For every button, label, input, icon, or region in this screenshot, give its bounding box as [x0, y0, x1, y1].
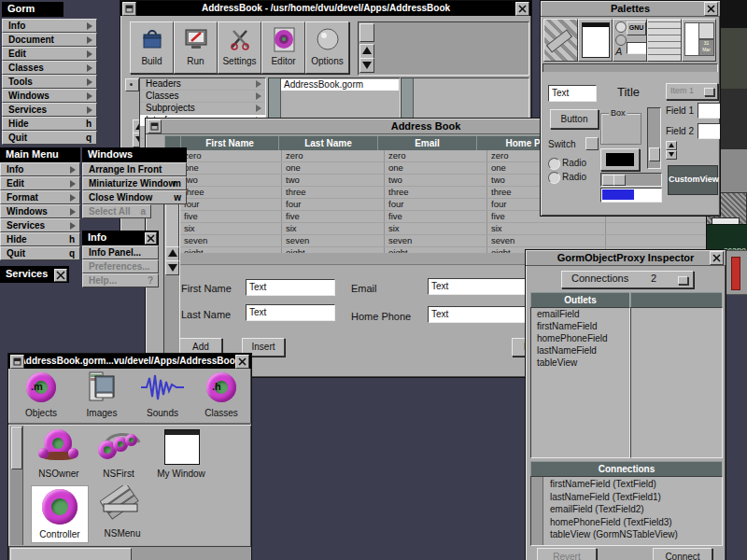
close-button[interactable]	[515, 2, 529, 16]
build-button[interactable]: Build	[130, 21, 174, 74]
menu-item[interactable]: Info	[2, 19, 97, 33]
menu-item[interactable]: Close Window w	[82, 190, 187, 204]
outlet-item[interactable]: firstNameField	[531, 320, 629, 332]
scroll-up-button[interactable]	[359, 44, 374, 59]
services-menu-title-bar[interactable]: Services	[0, 266, 69, 283]
palette-field1[interactable]	[698, 103, 721, 119]
palette-vertical-slider[interactable]	[647, 107, 661, 169]
slider-knob[interactable]	[649, 147, 660, 161]
palette-field2[interactable]	[698, 123, 721, 139]
menu-item[interactable]: Services	[2, 103, 97, 117]
connection-item[interactable]: tableView (GormNSTableView)	[544, 528, 721, 541]
scrollbar-knob[interactable]	[11, 427, 22, 469]
menu-item[interactable]: Hide h	[0, 232, 80, 246]
menu-item[interactable]: Info	[0, 162, 80, 176]
browser-file-item[interactable]: AddressBook.gorm	[281, 79, 399, 91]
connection-item[interactable]: lastNameField (TextField1)	[544, 491, 721, 504]
tab-classes[interactable]: .h Classes	[193, 371, 249, 423]
scrollbar-knob[interactable]	[359, 23, 374, 42]
object-my-window[interactable]: My Window	[148, 429, 214, 482]
slider-knob2[interactable]	[613, 175, 626, 186]
editor-button[interactable]: Editor	[261, 21, 305, 74]
close-icon[interactable]	[54, 269, 67, 282]
browser-item[interactable]: Classes	[140, 91, 265, 103]
menu-item[interactable]: Quit q	[0, 246, 80, 260]
email-field[interactable]: Text	[428, 278, 529, 295]
object-nsowner[interactable]: NSOwner	[31, 429, 87, 482]
menu-item[interactable]: Services	[0, 218, 80, 232]
menu-item[interactable]: Miniaturize Window m	[82, 176, 187, 190]
tab-sounds[interactable]: Sounds	[134, 371, 190, 423]
palette-button[interactable]: Button	[550, 109, 599, 129]
menu-item[interactable]: Help... ?	[82, 273, 159, 287]
miniaturize-button[interactable]	[10, 355, 24, 369]
close-button[interactable]	[710, 251, 724, 265]
close-button[interactable]	[704, 2, 718, 16]
gorm-menu-title[interactable]: Gorm	[2, 2, 63, 17]
palette-radio2[interactable]	[548, 172, 560, 184]
outlet-item[interactable]: homePhoneField	[531, 332, 629, 344]
connection-item[interactable]: homePhoneField (TextField3)	[544, 516, 721, 529]
table-row[interactable]: six six six six	[180, 223, 706, 235]
miniaturize-button[interactable]	[122, 2, 136, 16]
menu-item[interactable]: Edit	[0, 176, 80, 190]
project-titlebar[interactable]: AddressBook - /usr/home/dvu/devel/Apps/A…	[120, 1, 531, 16]
tab-images[interactable]: Images	[74, 371, 130, 423]
palettes-titlebar[interactable]: Palettes	[541, 1, 720, 17]
object-controller[interactable]: Controller	[31, 485, 89, 543]
close-button[interactable]	[235, 355, 249, 369]
menu-item[interactable]: Windows	[0, 204, 80, 218]
connection-item[interactable]: emailField (TextField2)	[544, 503, 721, 516]
browser-toggle-button[interactable]	[125, 78, 139, 91]
outlet-item[interactable]: tableView	[531, 357, 629, 369]
main-menu-title[interactable]: Main Menu	[0, 147, 80, 162]
run-button[interactable]: Run	[174, 21, 218, 74]
menu-item[interactable]: Preferences...	[82, 259, 159, 273]
menu-item[interactable]: Hide h	[2, 117, 97, 131]
revert-button[interactable]: Revert	[537, 548, 597, 560]
menu-item[interactable]: Edit	[2, 47, 97, 61]
scroll-down-button[interactable]	[165, 260, 179, 275]
home-phone-field[interactable]: Text	[428, 306, 529, 323]
inspector-titlebar[interactable]: GormObjectProxy Inspector	[526, 250, 726, 266]
scroll-down-button[interactable]	[359, 58, 374, 73]
settings-button[interactable]: Settings	[218, 21, 261, 74]
objects-scrollbar[interactable]	[10, 426, 23, 545]
menu-item[interactable]: Arrange In Front	[82, 162, 187, 176]
controls-palette-tile[interactable]: GNU A	[613, 19, 647, 62]
document-hscrollbar[interactable]	[8, 546, 252, 560]
tab-objects[interactable]: .m Objects	[13, 371, 69, 423]
menu-item[interactable]: Quit q	[2, 131, 97, 145]
data-palette-tile[interactable]	[647, 19, 682, 62]
outlet-item[interactable]: emailField	[531, 308, 629, 320]
inspector-popup[interactable]: Connections 2	[561, 271, 694, 288]
palette-stepper[interactable]	[666, 141, 677, 158]
menu-item[interactable]: Tools	[2, 75, 97, 89]
table-row[interactable]: seven seven seven seven	[180, 235, 706, 247]
palette-switch-checkbox[interactable]	[585, 137, 599, 150]
miniaturize-button[interactable]	[148, 119, 162, 133]
object-nsmenu[interactable]: NSMenu	[94, 485, 150, 541]
close-icon[interactable]	[145, 232, 157, 245]
object-nsfirst[interactable]: NSFirst	[92, 429, 145, 482]
browser-item[interactable]: Subprojects	[140, 103, 265, 115]
palette-popup[interactable]: Item 1	[666, 83, 718, 100]
palette-horizontal-slider[interactable]	[600, 173, 662, 187]
menu-item[interactable]: Classes	[2, 61, 97, 75]
menu-item[interactable]: Format	[0, 190, 80, 204]
connections-scroll-strip[interactable]	[531, 477, 543, 545]
last-name-field[interactable]: Text	[246, 304, 335, 321]
menu-item[interactable]: Info Panel...	[82, 245, 159, 259]
scrollbar-knob[interactable]	[10, 548, 132, 560]
connection-item[interactable]: firstNameField (TextField)	[544, 478, 721, 491]
windows-menu-title[interactable]: Windows	[82, 147, 187, 162]
palette-text-field[interactable]: Text	[548, 85, 597, 102]
outlet-item[interactable]: lastNameField	[531, 344, 629, 357]
palette-radio1[interactable]	[548, 158, 560, 170]
misc-palette-tile[interactable]: 31 Mar	[682, 19, 716, 62]
first-name-field[interactable]: Text	[246, 279, 335, 296]
scroll-up-button[interactable]	[165, 246, 179, 261]
windows-palette-tile[interactable]	[578, 19, 613, 62]
menu-item[interactable]: Document	[2, 33, 97, 47]
palette-customview[interactable]: CustomView	[668, 165, 718, 195]
